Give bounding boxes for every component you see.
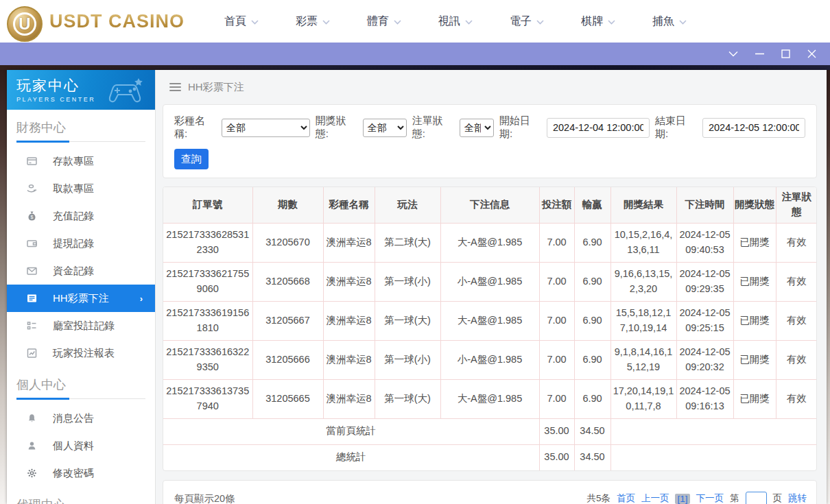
table-cell: 6.90 xyxy=(574,340,610,379)
order-status-label: 注單狀態: xyxy=(412,115,454,141)
table-cell: 已開獎 xyxy=(733,340,776,379)
sidebar-item-提現記錄[interactable]: 提現記錄 xyxy=(7,230,155,257)
table-cell: 2152173336285312330 xyxy=(163,223,252,262)
sidebar-item-label: 修改密碼 xyxy=(53,467,94,480)
start-date-label: 開始日期: xyxy=(499,115,541,141)
table-cell: 2024-12-05 09:40:53 xyxy=(676,223,733,262)
summary-spacer xyxy=(610,444,817,470)
gear-icon xyxy=(26,468,38,479)
nav-item-2[interactable]: 彩票 xyxy=(296,14,367,29)
end-date-label: 結束日期: xyxy=(655,115,697,141)
player-center-window: 玩家中心 PLAYERS CENTER 財務中心存款專區取款專區$充值記錄提現記… xyxy=(7,70,827,504)
sidebar-item-修改密碼[interactable]: 修改密碼 xyxy=(7,459,155,487)
window-collapse-button[interactable] xyxy=(720,45,746,63)
table-cell: 31205667 xyxy=(252,301,323,340)
table-cell: 有效 xyxy=(776,340,817,379)
start-date-input[interactable] xyxy=(547,118,650,138)
table-cell: 2152173336163229350 xyxy=(163,340,252,379)
table-cell: 已開獎 xyxy=(733,223,776,262)
lottery-name-label: 彩種名稱: xyxy=(174,115,216,141)
table-cell: 7.00 xyxy=(539,301,574,340)
table-cell: 第一球(小) xyxy=(375,340,440,379)
sidebar-item-廳室投註記錄[interactable]: 廳室投註記錄 xyxy=(7,312,155,339)
sidebar-section-title-3: 代理中心 xyxy=(16,496,145,504)
sidebar-banner: 玩家中心 PLAYERS CENTER xyxy=(7,70,155,110)
page-summary-row: 當前頁統計35.0034.50 xyxy=(163,418,817,444)
breadcrumb: HH彩票下注 xyxy=(156,70,827,104)
draw-status-select[interactable]: 全部 xyxy=(363,119,407,137)
sidebar-item-label: 取款專區 xyxy=(53,182,94,195)
sidebar-section-items-1: 存款專區取款專區$充值記錄提現記錄資金記錄HH彩票下注›廳室投註記錄玩家投注報表 xyxy=(7,147,155,367)
summary-bet-total: 35.00 xyxy=(539,418,574,444)
column-header-開獎狀態: 開獎狀態 xyxy=(733,187,776,223)
table-cell: 有效 xyxy=(776,301,817,340)
top-navigation-bar: U USDT CASINO 首頁彩票體育視訊電子棋牌捕魚 xyxy=(0,0,830,43)
recharge-icon: $ xyxy=(26,211,38,221)
nav-item-4[interactable]: 視訊 xyxy=(438,14,510,29)
table-cell: 6.90 xyxy=(574,262,610,301)
table-cell: 2152173336217559060 xyxy=(163,262,252,301)
next-page-link[interactable]: 下一页 xyxy=(696,492,724,504)
table-cell: 9,1,8,14,16,15,12,19 xyxy=(610,340,676,379)
sidebar-section-title-1: 財務中心 xyxy=(16,119,145,142)
menu-toggle-icon[interactable] xyxy=(169,83,181,91)
nav-item-6[interactable]: 棋牌 xyxy=(581,14,652,29)
window-maximize-button[interactable] xyxy=(772,45,798,63)
sidebar-item-HH彩票下注[interactable]: HH彩票下注› xyxy=(7,285,155,312)
sidebar-item-充值記錄[interactable]: $充值記錄 xyxy=(7,202,155,230)
summary-label: 當前頁統計 xyxy=(163,418,539,444)
window-close-button[interactable] xyxy=(798,45,825,63)
table-cell: 7.00 xyxy=(539,340,574,379)
order-status-select[interactable]: 全部 xyxy=(460,119,494,137)
nav-item-3[interactable]: 體育 xyxy=(367,14,438,29)
prev-page-link[interactable]: 上一页 xyxy=(641,492,669,504)
window-minimize-button[interactable] xyxy=(746,45,772,63)
column-header-彩種名稱: 彩種名稱 xyxy=(323,187,375,223)
summary-winloss-total: 34.50 xyxy=(574,444,610,470)
chevron-down-icon xyxy=(536,15,544,27)
lottery-name-select[interactable]: 全部 xyxy=(222,119,310,137)
summary-bet-total: 35.00 xyxy=(539,444,574,470)
table-cell: 已開獎 xyxy=(733,301,776,340)
summary-label: 總統計 xyxy=(163,444,539,470)
table-cell: 第一球(小) xyxy=(375,262,440,301)
table-cell: 已開獎 xyxy=(733,262,776,301)
sidebar-sections: 財務中心存款專區取款專區$充值記錄提現記錄資金記錄HH彩票下注›廳室投註記錄玩家… xyxy=(7,119,155,504)
table-cell: 大-A盤@1.985 xyxy=(440,379,539,418)
table-cell: 7.00 xyxy=(539,379,574,418)
sidebar-item-個人資料[interactable]: 個人資料 xyxy=(7,432,155,459)
gamepad-icon xyxy=(107,74,150,104)
end-date-input[interactable] xyxy=(702,118,805,138)
first-page-link[interactable]: 首页 xyxy=(617,492,635,504)
column-header-投注額: 投注額 xyxy=(539,187,574,223)
jump-prefix-label: 第 xyxy=(730,492,739,504)
table-cell: 澳洲幸运8 xyxy=(323,262,375,301)
column-header-下注時間: 下注時間 xyxy=(676,187,733,223)
table-cell: 6.90 xyxy=(574,223,610,262)
nav-item-label: 捕魚 xyxy=(652,14,674,29)
sidebar-item-消息公告[interactable]: 消息公告 xyxy=(7,405,155,432)
query-button[interactable]: 查詢 xyxy=(174,149,209,169)
nav-item-label: 彩票 xyxy=(296,14,318,29)
sidebar-item-玩家投注報表[interactable]: 玩家投注報表 xyxy=(7,339,155,367)
chevron-down-icon xyxy=(608,15,615,27)
sidebar-item-label: 廳室投註記錄 xyxy=(53,320,115,333)
brand-logo[interactable]: U USDT CASINO xyxy=(7,1,185,42)
lottery-icon xyxy=(26,293,38,304)
nav-item-5[interactable]: 電子 xyxy=(510,14,581,29)
bets-table: 訂單號期數彩種名稱玩法下注信息投注額輸贏開獎結果下注時間開獎狀態注單狀態2152… xyxy=(163,187,817,470)
sidebar-item-存款專區[interactable]: 存款專區 xyxy=(7,147,155,175)
chevron-right-icon: › xyxy=(140,293,143,304)
sidebar-item-取款專區[interactable]: 取款專區 xyxy=(7,175,155,202)
table-cell: 31205670 xyxy=(252,223,323,262)
table-header-row: 訂單號期數彩種名稱玩法下注信息投注額輸贏開獎結果下注時間開獎狀態注單狀態 xyxy=(163,187,817,223)
table-cell: 6.90 xyxy=(574,301,610,340)
page-jump-input[interactable] xyxy=(746,492,767,504)
nav-item-1[interactable]: 首頁 xyxy=(224,14,296,29)
table-cell: 第二球(大) xyxy=(375,223,440,262)
table-cell: 已開獎 xyxy=(733,379,776,418)
jump-button[interactable]: 跳转 xyxy=(788,492,807,504)
table-cell: 7.00 xyxy=(539,262,574,301)
nav-item-7[interactable]: 捕魚 xyxy=(652,14,724,29)
sidebar-item-資金記錄[interactable]: 資金記錄 xyxy=(7,257,155,285)
